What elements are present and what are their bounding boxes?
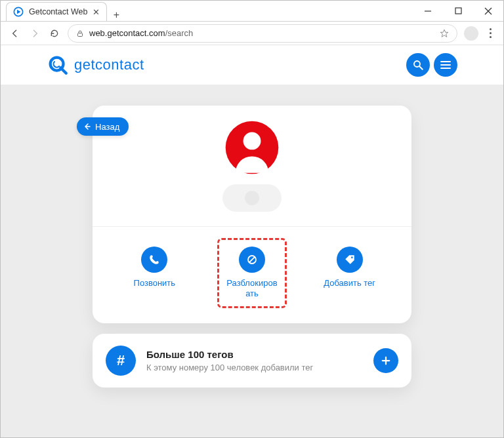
- hash-icon: #: [106, 346, 136, 376]
- app-logo[interactable]: getcontact: [47, 54, 144, 76]
- divider: [93, 226, 411, 227]
- arrow-left-icon: [10, 28, 20, 39]
- minimize-icon: [424, 7, 432, 15]
- bookmark-star-icon[interactable]: [440, 29, 449, 38]
- url-display: web.getcontact.com/search: [89, 28, 193, 38]
- plus-icon: [380, 355, 392, 367]
- tags-title: Больше 100 тегов: [146, 349, 363, 360]
- arrow-left-icon: [83, 123, 91, 130]
- nav-reload-button[interactable]: [48, 27, 61, 40]
- omnibox[interactable]: web.getcontact.com/search: [68, 24, 457, 43]
- profile-card: Позвонить Разблокиров ать Добавить тег: [93, 106, 411, 323]
- add-tag-button[interactable]: [373, 348, 398, 373]
- close-tab-icon[interactable]: ✕: [93, 7, 100, 17]
- profile-avatar-button[interactable]: [464, 26, 478, 41]
- logo-icon: [47, 54, 69, 76]
- window-close-button[interactable]: [473, 1, 503, 21]
- back-button[interactable]: Назад: [77, 117, 129, 136]
- page-content: getcontact Назад: [1, 45, 503, 437]
- favicon-icon: [13, 7, 24, 17]
- tags-subtitle: К этому номеру 100 человек добавили тег: [146, 363, 363, 372]
- browser-tab[interactable]: Getcontact Web ✕: [6, 2, 107, 21]
- search-icon: [412, 59, 424, 71]
- unblock-label: Разблокиров ать: [224, 278, 280, 300]
- call-action[interactable]: Позвонить: [121, 240, 187, 295]
- browser-menu-button[interactable]: [485, 28, 495, 38]
- maximize-icon: [455, 7, 462, 14]
- back-label: Назад: [95, 122, 119, 132]
- svg-point-10: [243, 132, 261, 149]
- menu-button[interactable]: [434, 53, 457, 77]
- brand-text: getcontact: [74, 56, 144, 73]
- window-maximize-button[interactable]: [443, 1, 473, 21]
- address-bar: web.getcontact.com/search: [1, 22, 503, 45]
- window-titlebar: Getcontact Web ✕ +: [1, 1, 503, 22]
- call-label: Позвонить: [134, 278, 176, 289]
- search-button[interactable]: [406, 53, 430, 77]
- hamburger-icon: [440, 61, 451, 69]
- add-tag-action[interactable]: Добавить тег: [317, 240, 383, 295]
- tag-icon: [344, 254, 356, 266]
- svg-line-8: [419, 66, 423, 70]
- window-minimize-button[interactable]: [413, 1, 443, 21]
- tab-title: Getcontact Web: [29, 7, 87, 16]
- phone-icon: [148, 254, 160, 266]
- reload-icon: [49, 28, 60, 39]
- profile-avatar-icon: [224, 120, 280, 175]
- new-tab-button[interactable]: +: [107, 9, 125, 21]
- svg-line-12: [249, 257, 255, 262]
- svg-rect-5: [78, 33, 83, 36]
- nav-back-button[interactable]: [9, 27, 22, 40]
- tags-card: # Больше 100 тегов К этому номеру 100 че…: [93, 334, 411, 388]
- svg-rect-2: [455, 8, 461, 14]
- lock-icon: [76, 30, 84, 37]
- add-tag-label: Добавить тег: [324, 278, 375, 289]
- arrow-right-icon: [30, 28, 40, 39]
- block-icon: [246, 254, 258, 266]
- app-header: getcontact: [1, 45, 503, 85]
- svg-point-13: [351, 256, 353, 258]
- spam-indicator: [222, 184, 282, 212]
- unblock-action[interactable]: Разблокиров ать: [219, 240, 285, 306]
- close-icon: [484, 7, 492, 15]
- nav-forward-button[interactable]: [28, 27, 41, 40]
